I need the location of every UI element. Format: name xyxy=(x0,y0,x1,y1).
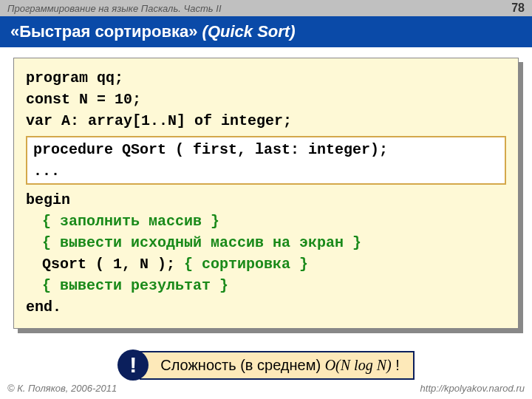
complexity-row: ! Сложность (в среднем) O(N log N) ! xyxy=(13,349,519,381)
code-block: program qq; const N = 10; var A: array[1… xyxy=(13,58,519,329)
slide-title: «Быстрая сортировка» (Quick Sort) xyxy=(0,16,532,47)
code-line: program qq; xyxy=(26,67,506,89)
code-line: const N = 10; xyxy=(26,89,506,110)
code-line: ... xyxy=(33,160,499,182)
code-comment: { вывести результат } xyxy=(26,275,506,296)
code-comment: { вывести исходный массив на экран } xyxy=(26,232,506,253)
title-subtitle: (Quick Sort) xyxy=(202,22,296,41)
code-comment: { заполнить массив } xyxy=(26,211,506,232)
code-line: procedure QSort ( first, last: integer); xyxy=(33,139,499,160)
title-main: «Быстрая сортировка» xyxy=(10,22,202,41)
content-area: program qq; const N = 10; var A: array[1… xyxy=(0,47,532,381)
footer-url: http://kpolyakov.narod.ru xyxy=(420,383,525,394)
page-number: 78 xyxy=(511,1,525,15)
course-label: Программирование на языке Паскаль. Часть… xyxy=(7,3,222,14)
procedure-callout: procedure QSort ( first, last: integer);… xyxy=(26,136,506,185)
code-block-wrap: program qq; const N = 10; var A: array[1… xyxy=(13,58,519,329)
code-line: Qsort ( 1, N ); { сортировка } xyxy=(26,253,506,275)
footer: © К. Поляков, 2006-2011 http://kpolyakov… xyxy=(0,380,532,399)
code-comment: { сортировка } xyxy=(184,256,308,273)
complexity-label-pre: Сложность (в среднем) xyxy=(160,357,324,373)
code-call: Qsort ( 1, N ); xyxy=(42,256,184,273)
code-line: var A: array[1..N] of integer; xyxy=(26,110,506,132)
code-line: begin xyxy=(26,189,506,211)
header-bar: Программирование на языке Паскаль. Часть… xyxy=(0,0,532,16)
copyright-label: © К. Поляков, 2006-2011 xyxy=(7,383,117,394)
exclamation-badge: ! xyxy=(117,349,149,381)
code-line: end. xyxy=(26,296,506,318)
complexity-box: Сложность (в среднем) O(N log N) ! xyxy=(140,351,415,380)
complexity-formula: O(N log N) xyxy=(325,357,392,373)
complexity-label-post: ! xyxy=(392,357,400,373)
